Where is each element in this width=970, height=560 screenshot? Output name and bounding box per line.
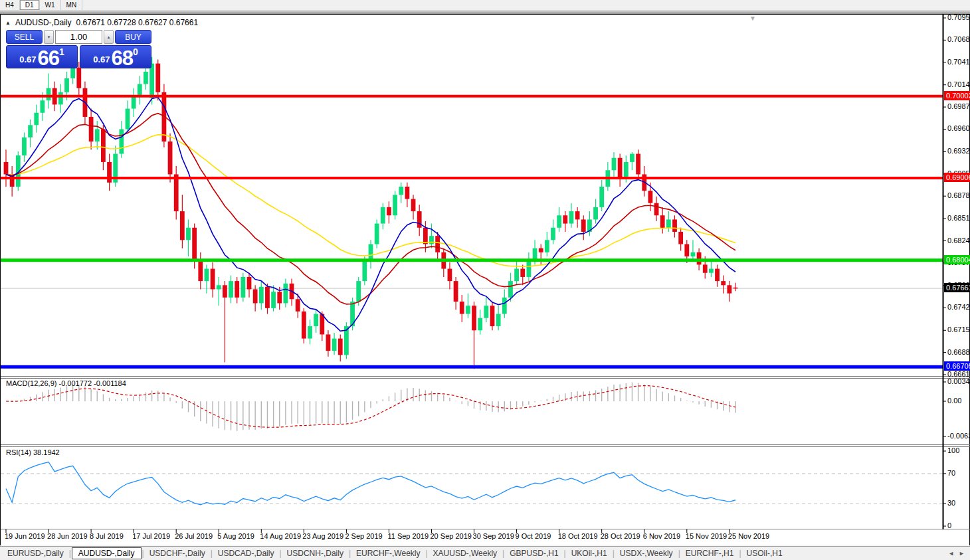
chart-ohlc-values: 0.67671 0.67728 0.67627 0.67661 — [76, 18, 199, 27]
tab-usdchf-daily[interactable]: USDCHF-,Daily — [145, 548, 210, 559]
collapse-panel-icon[interactable]: ▲ — [5, 20, 11, 26]
price-tick-label: 0.67150 — [947, 326, 970, 334]
date-label: 20 Sep 2019 — [431, 532, 472, 540]
tab-audusd-daily[interactable]: AUDUSD-,Daily — [72, 547, 142, 559]
rsi-scale-label: 0 — [947, 521, 951, 530]
chart-shift-icon[interactable]: ▼ — [749, 15, 756, 22]
sell-button[interactable]: SELL — [6, 30, 43, 44]
rsi-scale-label: 70 — [947, 469, 955, 478]
price-tick-label: 0.68240 — [947, 236, 970, 245]
date-label: 25 Nov 2019 — [728, 532, 769, 540]
volume-decrease-button[interactable]: ▼ — [44, 30, 54, 44]
volume-input[interactable] — [55, 30, 102, 44]
tab-ukoil-h1[interactable]: UKOil-,H1 — [567, 548, 612, 559]
date-label: 28 Jun 2019 — [47, 532, 88, 540]
rsi-scale-label: 30 — [947, 499, 955, 508]
volume-increase-button[interactable]: ▲ — [104, 30, 114, 44]
price-line-label: 0.69006 — [944, 173, 970, 182]
date-label: 30 Sep 2019 — [473, 532, 514, 540]
buy-price-prefix: 0.67 — [93, 54, 110, 64]
date-label: 11 Sep 2019 — [387, 532, 429, 540]
buy-price-point: 0 — [133, 47, 138, 57]
date-label: 18 Oct 2019 — [558, 532, 598, 540]
date-label: 19 Jun 2019 — [5, 532, 45, 540]
price-chart-canvas[interactable] — [1, 15, 970, 546]
timeframe-button-w1[interactable]: W1 — [40, 0, 61, 10]
arrow-down-icon: ▼ — [47, 35, 51, 39]
date-label: 2 Sep 2019 — [345, 532, 382, 540]
timeframe-button-d1[interactable]: D1 — [20, 0, 40, 10]
date-label: 8 Jul 2019 — [90, 532, 124, 540]
sell-price-prefix: 0.67 — [19, 54, 36, 64]
tab-usoil-h1[interactable]: USOil-,H1 — [742, 548, 787, 559]
timeframe-button-h4[interactable]: H4 — [0, 0, 20, 10]
date-label: 9 Oct 2019 — [516, 532, 551, 540]
tab-eurusd-daily[interactable]: EURUSD-,Daily — [3, 548, 68, 559]
current-price-label: 0.67661 — [944, 283, 970, 292]
buy-button[interactable]: BUY — [115, 30, 151, 44]
price-tick-label: 0.70685 — [947, 35, 970, 44]
rsi-scale-label: 100 — [947, 446, 959, 455]
arrow-up-icon: ▲ — [107, 35, 111, 39]
chart-title-row: ▲ AUDUSD-,Daily 0.67671 0.67728 0.67627 … — [5, 18, 198, 27]
timeframe-toolbar: H4D1W1MN — [0, 0, 970, 11]
date-label: 26 Jul 2019 — [175, 532, 213, 540]
macd-indicator-label: MACD(12,26,9) -0.001772 -0.001184 — [6, 379, 126, 387]
tab-gbpusd-h1[interactable]: GBPUSD-,H1 — [505, 548, 563, 559]
price-line-label: 0.68004 — [944, 255, 970, 264]
rsi-indicator-label: RSI(14) 38.1942 — [6, 448, 60, 456]
tabs-scroll-left-icon[interactable]: ◄ — [948, 550, 954, 557]
price-line-label: 0.70002 — [944, 91, 970, 100]
tab-usdcad-daily[interactable]: USDCAD-,Daily — [213, 548, 279, 559]
price-tick-label: 0.68785 — [947, 191, 970, 200]
price-tick-label: 0.67425 — [947, 303, 970, 312]
date-label: 15 Nov 2019 — [686, 532, 727, 540]
price-tick-label: 0.70140 — [947, 80, 970, 89]
buy-quote[interactable]: 0.67 68 0 — [80, 45, 151, 68]
price-tick-label: 0.70955 — [947, 13, 970, 22]
date-label: 5 Aug 2019 — [217, 532, 254, 540]
chart-window: ▲ AUDUSD-,Daily 0.67671 0.67728 0.67627 … — [0, 14, 970, 545]
price-tick-label: 0.69325 — [947, 147, 970, 155]
date-label: 14 Aug 2019 — [260, 532, 301, 540]
date-label: 6 Nov 2019 — [643, 532, 680, 540]
price-line-label: 0.66705 — [944, 361, 970, 371]
price-tick-label: 0.69600 — [947, 124, 970, 133]
tab-usdx-weekly[interactable]: USDX-,Weekly — [615, 548, 678, 559]
price-tick-label: 0.68510 — [947, 214, 970, 223]
date-label: 23 Aug 2019 — [302, 532, 343, 540]
date-label: 17 Jul 2019 — [132, 532, 170, 540]
chart-tab-bar: EURUSD-,Daily|AUDUSD-,Daily|USDCHF-,Dail… — [0, 546, 970, 560]
sell-price-point: 1 — [59, 47, 64, 57]
tab-xauusd-weekly[interactable]: XAUUSD-,Weekly — [429, 548, 502, 559]
buy-price-pips: 68 — [112, 50, 133, 66]
price-tick-label: 0.66880 — [947, 348, 970, 357]
chart-symbol-title: AUDUSD-,Daily — [15, 18, 72, 27]
macd-scale-label: -0.00637 — [947, 432, 970, 440]
tab-eurchf-weekly[interactable]: EURCHF-,Weekly — [351, 548, 425, 559]
sell-quote[interactable]: 0.67 66 1 — [6, 45, 78, 68]
date-label: 28 Oct 2019 — [601, 532, 640, 540]
tabs-scroll-right-icon[interactable]: ► — [959, 550, 965, 557]
macd-scale-label: 0.00349 — [947, 377, 970, 386]
timeframe-button-mn[interactable]: MN — [61, 0, 83, 10]
one-click-trading-panel: SELL ▼ ▲ BUY 0.67 66 1 0.67 68 0 — [6, 30, 151, 68]
price-tick-label: 0.69870 — [947, 102, 970, 111]
tab-eurchf-h1[interactable]: EURCHF-,H1 — [681, 548, 739, 559]
sell-price-pips: 66 — [38, 50, 59, 66]
macd-scale-label: 0.00 — [947, 397, 961, 405]
tab-usdcnh-daily[interactable]: USDCNH-,Daily — [282, 548, 348, 559]
price-tick-label: 0.70415 — [947, 58, 970, 66]
